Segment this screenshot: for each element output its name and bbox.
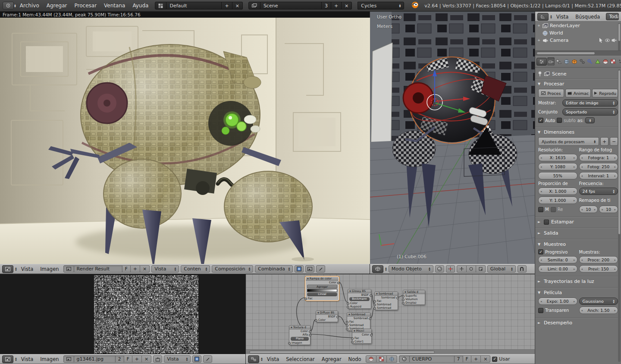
image-name-value[interactable]: Render Result xyxy=(74,265,122,273)
outliner-editor-type-button[interactable] xyxy=(537,13,549,21)
viewport-editor-type-button[interactable] xyxy=(372,265,383,273)
menu-vista[interactable]: Vista xyxy=(264,356,282,362)
tab-particles[interactable] xyxy=(617,57,621,66)
frame-start-field[interactable]: ◂Fotogra: 1▸ xyxy=(579,154,618,161)
viewport-3d[interactable]: User Ortho Meters (1) Cube.006 ▲▼ Modo O… xyxy=(370,12,535,274)
scale-manipulator-icon[interactable] xyxy=(476,265,486,273)
outliner-vertical-scrollbar[interactable] xyxy=(618,23,621,51)
paint-mode-button[interactable] xyxy=(316,265,325,273)
editor-type-arrows-icon[interactable]: ▲▼ xyxy=(385,267,387,271)
snap-button[interactable] xyxy=(518,265,527,273)
menu-agregar[interactable]: Agregar xyxy=(319,356,344,362)
editor-type-arrows-icon[interactable]: ▲▼ xyxy=(261,357,263,361)
display-mode-dropdown[interactable]: Editor de imáge ▲▼ xyxy=(562,99,618,107)
node-mix-shader-2[interactable]: ▼Sombread Sombread Fac Sombread Sombread xyxy=(347,312,370,331)
scene-browse-icon[interactable] xyxy=(248,2,260,9)
image-name-value[interactable]: g13461.jpg xyxy=(74,355,116,363)
fake-user-button[interactable]: F xyxy=(463,355,471,363)
node-color-ramp[interactable]: ▼Rampa de color Color Agregar Lineal Fac xyxy=(305,276,339,301)
add-preset-button[interactable]: + xyxy=(600,137,608,146)
image-browse-icon[interactable] xyxy=(63,265,74,273)
material-users-count[interactable]: 7 xyxy=(455,355,463,363)
outliner-display-dropdown[interactable]: Toda xyxy=(606,13,619,20)
subfolder-checkbox[interactable]: ✓ xyxy=(557,118,562,123)
play-rendered-button[interactable]: Reprodu xyxy=(592,89,618,97)
display-channels-button[interactable] xyxy=(295,265,304,273)
properties-scrollbar[interactable] xyxy=(618,69,621,362)
delete-layout-button[interactable]: × xyxy=(232,2,243,9)
properties-editor-type-button[interactable] xyxy=(536,58,547,66)
render-button[interactable]: Proces xyxy=(538,89,564,97)
menu-vista[interactable]: Vista xyxy=(19,266,36,272)
progressive-checkbox[interactable]: ✓ xyxy=(538,249,543,254)
clamp-field[interactable]: ◂Limi: 0.00▸ xyxy=(538,265,577,273)
node-image-texture[interactable]: ▼Textura d Color Alfa Plano Imagen xyxy=(289,325,310,345)
auto-checkbox[interactable]: ✓ xyxy=(538,118,543,123)
mode-dropdown[interactable]: Modo Objeto▲▼ xyxy=(389,265,433,273)
menu-agregar[interactable]: Agregar xyxy=(43,3,71,9)
expand-icon[interactable]: + xyxy=(537,38,541,42)
unlink-image-button[interactable]: × xyxy=(142,355,151,363)
scene-users-count[interactable]: 3 xyxy=(322,2,331,9)
eye-icon[interactable] xyxy=(605,38,610,42)
new-material-button[interactable]: + xyxy=(471,355,481,363)
pivot-point-dropdown[interactable] xyxy=(446,265,455,273)
material-name-value[interactable]: CUERPO xyxy=(410,355,455,363)
outliner-item-camera[interactable]: + Camera xyxy=(535,37,618,44)
exposure-field[interactable]: ◂Expo: 1.00▸ xyxy=(538,298,577,305)
panel-light-paths-header[interactable]: ► Trayectorias de la luz xyxy=(538,277,618,286)
pin-icon[interactable] xyxy=(538,71,542,76)
use-nodes-checkbox[interactable]: ✓ xyxy=(492,357,497,362)
as-stepper[interactable]: ▲▼ xyxy=(585,117,595,123)
render-animation-button[interactable]: Animac xyxy=(565,89,591,97)
filter-type-dropdown[interactable]: Gaussiano▲▼ xyxy=(579,298,618,305)
material-nodes-icon[interactable] xyxy=(366,355,376,363)
orientation-dropdown[interactable]: Global▲▼ xyxy=(487,265,516,273)
menu-imagen[interactable]: Imagen xyxy=(38,356,61,362)
menu-ventana[interactable]: Ventana xyxy=(100,3,129,9)
rotate-manipulator-icon[interactable] xyxy=(467,265,476,273)
scene-name-value[interactable]: Scene xyxy=(260,2,322,9)
render-samples-field[interactable]: ◂Proce: 200▸ xyxy=(579,256,618,264)
material-browse-icon[interactable] xyxy=(399,355,410,363)
tab-scene[interactable] xyxy=(555,57,562,66)
pointer-icon[interactable] xyxy=(599,38,603,43)
node-editor-type-button[interactable] xyxy=(248,355,259,363)
node-canvas[interactable]: ▼Rampa de color Color Agregar Lineal Fac… xyxy=(246,274,535,349)
image-editor-type-button[interactable] xyxy=(2,265,13,273)
tab-object-data[interactable] xyxy=(594,57,601,66)
editor-type-arrows-icon[interactable]: ▲▼ xyxy=(14,4,16,8)
resolution-percentage-slider[interactable]: 55% xyxy=(538,172,577,179)
viewport-shading-dropdown[interactable] xyxy=(435,265,444,273)
menu-procesar[interactable]: Procesar xyxy=(71,3,100,9)
node-diffuse-bsdf[interactable]: ▼Diffuse BS BSDF Color xyxy=(316,311,338,322)
display-mode-dropdown[interactable]: Vista ▲▼ xyxy=(164,355,191,363)
node-mix-shader-1[interactable]: ▼Sombread Sombread Fac Sombread Sombread xyxy=(374,292,398,310)
outliner-item-world[interactable]: World xyxy=(535,29,618,37)
composite-nodes-icon[interactable] xyxy=(387,355,397,363)
image-browse-icon[interactable] xyxy=(63,355,74,363)
tab-texture[interactable] xyxy=(609,57,617,66)
scopes-button[interactable] xyxy=(305,265,314,273)
menu-ayuda[interactable]: Ayuda xyxy=(129,3,152,9)
render-presets-dropdown[interactable]: Ajustes de procesam ▲▼ xyxy=(538,137,599,146)
tab-material[interactable] xyxy=(602,57,609,66)
node-material-output[interactable]: ▼Salida d Superfic Volumen Desplaz xyxy=(403,290,425,305)
resolution-y-field[interactable]: ◂Y: 1080▸ xyxy=(538,163,577,170)
editor-type-arrows-icon[interactable]: ▲▼ xyxy=(550,15,552,19)
remove-preset-button[interactable]: − xyxy=(610,137,618,146)
unlink-material-button[interactable]: × xyxy=(481,355,490,363)
remap-new-field[interactable]: ◂10▸ xyxy=(599,206,618,213)
menu-seleccionar[interactable]: Seleccionar xyxy=(283,356,317,362)
aspect-y-field[interactable]: ◂Y: 1.000▸ xyxy=(538,197,577,204)
frame-step-field[interactable]: ◂Interval: 1▸ xyxy=(579,172,618,179)
transparent-checkbox[interactable]: ✓ xyxy=(538,308,543,313)
unlink-image-button[interactable]: × xyxy=(140,265,150,273)
pack-image-button[interactable] xyxy=(153,355,162,363)
editor-type-arrows-icon[interactable]: ▲▼ xyxy=(15,267,17,271)
feature-set-dropdown[interactable]: Soportado ▲▼ xyxy=(562,108,618,116)
preview-samples-field[interactable]: ◂Previ: 150▸ xyxy=(579,265,618,273)
fake-user-button[interactable]: F xyxy=(124,355,132,363)
delete-scene-button[interactable]: × xyxy=(342,2,352,9)
filter-width-field[interactable]: ◂Anch: 1.50▸ xyxy=(579,307,618,314)
